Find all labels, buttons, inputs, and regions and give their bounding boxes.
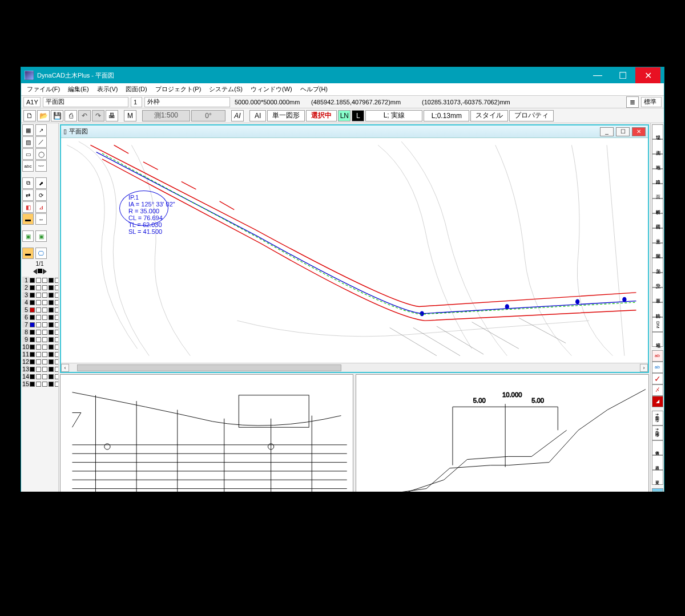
info-mode[interactable]: 標準 bbox=[641, 97, 662, 107]
tool-note-icon[interactable]: ▬ bbox=[22, 248, 34, 259]
tool-line-icon[interactable]: ／ bbox=[35, 136, 47, 148]
maximize-button[interactable]: ☐ bbox=[610, 67, 635, 83]
redo-icon[interactable]: ↷ bbox=[92, 110, 104, 121]
layer-row[interactable]: 7 bbox=[22, 321, 57, 328]
layer-row[interactable]: 13 bbox=[22, 366, 57, 372]
right-check-製図ﾁｪｯｸ[interactable]: 製図ﾁｪｯｸ bbox=[652, 411, 663, 425]
layer-row[interactable]: 5 bbox=[22, 306, 57, 313]
check-red-icon[interactable]: ✓ bbox=[652, 373, 663, 384]
menu-view[interactable]: 表示(V) bbox=[94, 84, 122, 95]
right-tab-記号[interactable]: 記号 bbox=[652, 273, 663, 287]
profile-canvas[interactable] bbox=[61, 375, 353, 492]
save-icon[interactable]: 💾 bbox=[51, 110, 63, 121]
menu-help[interactable]: ヘルプ(H) bbox=[297, 84, 331, 95]
ab-blue-icon[interactable]: ab bbox=[652, 362, 663, 373]
angle-field[interactable]: 0° bbox=[191, 110, 225, 121]
page-next-icon[interactable] bbox=[43, 269, 47, 274]
layer-row[interactable]: 10 bbox=[22, 343, 57, 350]
menu-edit[interactable]: 編集(E) bbox=[65, 84, 92, 95]
tool-grid-icon[interactable]: ▦ bbox=[22, 124, 34, 136]
right-tab-土量[interactable]: 土量 bbox=[652, 228, 663, 243]
property-button[interactable]: プロパティ bbox=[509, 110, 554, 121]
layer-row[interactable]: 4 bbox=[22, 299, 57, 306]
l-button[interactable]: L bbox=[352, 110, 364, 121]
tool-hatch-icon[interactable]: ▨ bbox=[22, 136, 34, 148]
sign-icon[interactable]: 〆 bbox=[652, 384, 663, 396]
close-button[interactable]: ✕ bbox=[635, 67, 660, 83]
tool-copy-icon[interactable]: ⧉ bbox=[22, 177, 34, 189]
right-check-責任体[interactable]: 責任体 bbox=[652, 440, 663, 455]
tool-erase-icon[interactable]: ◧ bbox=[22, 201, 34, 213]
minimize-button[interactable]: — bbox=[585, 67, 610, 83]
triangle-red-icon[interactable]: ◢ bbox=[652, 396, 663, 407]
right-tab-展開[interactable]: 展開 bbox=[652, 243, 663, 258]
right-tab-路線[interactable]: 路線 bbox=[652, 169, 663, 184]
menu-file[interactable]: ファイル(F) bbox=[23, 84, 63, 95]
layer-row[interactable]: 6 bbox=[22, 314, 57, 321]
doc-titlebar[interactable]: ▯ 平面図 _ ☐ ✕ bbox=[61, 125, 648, 138]
menu-window[interactable]: ウィンドウ(W) bbox=[247, 84, 296, 95]
layer-row[interactable]: 12 bbox=[22, 358, 57, 365]
single-shape-button[interactable]: 単一図形 bbox=[267, 110, 305, 121]
layer-row[interactable]: 15 bbox=[22, 380, 57, 387]
layer-row[interactable]: 9 bbox=[22, 336, 57, 343]
tool-move-icon[interactable]: ⬈ bbox=[35, 177, 47, 189]
tool-mirror-icon[interactable]: ⇄ bbox=[22, 189, 34, 201]
tool-rotate-icon[interactable]: ⟳ bbox=[35, 189, 47, 201]
doc-close-button[interactable]: ✕ bbox=[632, 127, 646, 136]
right-tab-軌跡[interactable]: 軌跡 bbox=[652, 302, 663, 317]
print-icon[interactable]: 🖶 bbox=[106, 110, 118, 121]
tool-text-icon[interactable]: abc bbox=[22, 160, 34, 172]
page-prev-icon[interactable] bbox=[33, 269, 37, 274]
right-check-表題[interactable]: 表題 bbox=[652, 455, 663, 470]
right-tab-DM[interactable]: DM bbox=[652, 317, 663, 332]
right-tab-車面[interactable]: 車面 bbox=[652, 287, 663, 302]
doc-minimize-button[interactable]: _ bbox=[600, 127, 614, 136]
tool-measure-icon[interactable]: ⊿ bbox=[35, 201, 47, 213]
right-check-変更[interactable]: 変更 bbox=[652, 470, 663, 485]
new-file-icon[interactable]: 🗋 bbox=[23, 110, 36, 121]
tool-spline-icon[interactable]: 〰 bbox=[35, 160, 47, 172]
tool-display-icon[interactable]: 🖵 bbox=[35, 248, 47, 259]
layer-row[interactable]: 8 bbox=[22, 329, 57, 335]
right-tab-舗上[interactable]: 舗上 bbox=[652, 258, 663, 273]
palette-icon[interactable]: ◐ bbox=[652, 488, 663, 492]
linewidth-field[interactable]: L;0.13mm bbox=[424, 110, 469, 121]
ai-button-2[interactable]: AI bbox=[249, 110, 266, 121]
right-tab-構図[interactable]: 構図 bbox=[652, 213, 663, 228]
tool-dim-icon[interactable]: ↔ bbox=[35, 213, 47, 225]
layer-row[interactable]: 11 bbox=[22, 351, 57, 358]
undo-icon[interactable]: ↶ bbox=[78, 110, 91, 121]
plan-scrollbar-h[interactable]: ‹› bbox=[61, 363, 648, 372]
ab-red-icon[interactable]: ab bbox=[652, 350, 663, 362]
scale-field[interactable]: 測1:500 bbox=[142, 110, 190, 121]
info-list-icon[interactable]: ≣ bbox=[626, 96, 639, 108]
right-tab-画地[interactable]: 画地 bbox=[652, 154, 663, 169]
tool-circle-icon[interactable]: ◯ bbox=[35, 148, 47, 160]
plan-canvas[interactable]: IP.1 IA = 125° 33' 02" R = 35.000 CL = 7… bbox=[61, 138, 648, 363]
right-tab-測点[interactable]: 測点 bbox=[652, 139, 663, 154]
ln-button[interactable]: LN bbox=[338, 110, 350, 121]
tool-arrow-icon[interactable]: ↗ bbox=[35, 124, 47, 136]
cross-section-canvas[interactable]: 5.00 5.00 10.000 bbox=[356, 375, 648, 492]
layer-row[interactable]: 3 bbox=[22, 291, 57, 298]
right-tab-現場[interactable]: 現場 bbox=[652, 124, 663, 139]
tool-check-icon[interactable]: ▣ bbox=[22, 230, 34, 242]
m-toggle[interactable]: M bbox=[124, 110, 136, 121]
right-check-確認ﾁｪｯｸ[interactable]: 確認ﾁｪｯｸ bbox=[652, 425, 663, 440]
menu-drawing[interactable]: 図面(D) bbox=[122, 84, 150, 95]
save-all-icon[interactable]: ⎙ bbox=[65, 110, 77, 121]
right-tab-面[interactable]: 面 bbox=[652, 184, 663, 198]
open-file-icon[interactable]: 📂 bbox=[37, 110, 50, 121]
layer-row[interactable]: 14 bbox=[22, 373, 57, 380]
linetype-field[interactable]: L; 実線 bbox=[365, 110, 422, 121]
tool-rect-icon[interactable]: ▭ bbox=[22, 148, 34, 160]
tool-layer-icon[interactable]: ▬ bbox=[22, 213, 34, 225]
right-tab-横断[interactable]: 横断 bbox=[652, 198, 663, 213]
right-tab-地籍[interactable]: 地籍 bbox=[652, 332, 663, 347]
menu-system[interactable]: システム(S) bbox=[206, 84, 246, 95]
ai-button-1[interactable]: AI bbox=[231, 110, 244, 121]
tool-check2-icon[interactable]: ▣ bbox=[35, 230, 47, 242]
layer-row[interactable]: 2 bbox=[22, 284, 57, 291]
layer-row[interactable]: 1 bbox=[22, 277, 57, 283]
